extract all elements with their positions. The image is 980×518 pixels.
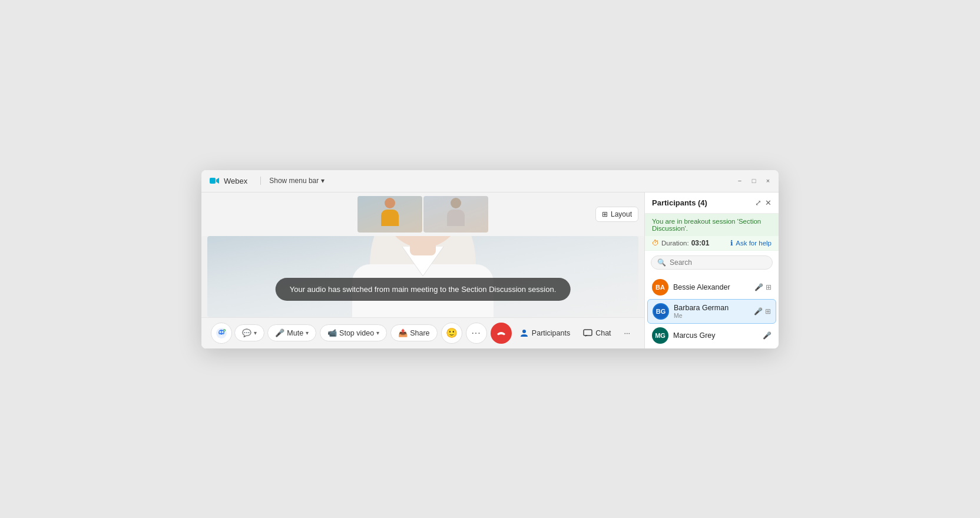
participants-button[interactable]: Participants (515, 326, 575, 341)
duration-bar: ⏱ Duration: 03:01 ℹ Ask for help (645, 236, 779, 251)
webex-logo-icon (208, 175, 220, 187)
avatar-3: MG (652, 327, 668, 344)
title-divider (260, 177, 261, 185)
layout-icon: ⊞ (602, 210, 608, 218)
close-panel-button[interactable]: ✕ (765, 198, 772, 207)
thumbnail-strip (357, 196, 488, 233)
audio-switched-toast: Your audio has switched from main meetin… (276, 278, 571, 301)
video-chevron: ▾ (376, 330, 379, 336)
thumbnail-participant-1[interactable] (357, 196, 422, 233)
mute-label: Mute (287, 329, 303, 337)
toolbar-left: 💬 ▾ (211, 323, 264, 344)
show-menu-bar-button[interactable]: Show menu bar ▾ (267, 175, 327, 186)
app-name: Webex (224, 177, 247, 185)
close-button[interactable]: × (764, 177, 772, 184)
more-right-dots-icon: ··· (624, 329, 630, 337)
webex-window: Webex Show menu bar ▾ − □ × (201, 170, 779, 348)
window-controls: − □ × (736, 177, 772, 184)
person2-silhouette (444, 198, 468, 230)
thumbnails-bar: ⊞ Layout (201, 192, 644, 236)
participant-item[interactable]: BA Bessie Alexander 🎤 ⊞ (645, 275, 779, 299)
svg-marker-1 (216, 178, 219, 184)
avatar-self-initials: BG (656, 308, 666, 315)
app-logo: Webex (208, 175, 247, 187)
main-video: Your audio has switched from main meetin… (207, 236, 638, 317)
avatar: BA (652, 279, 668, 295)
breakout-notice: You are in breakout session 'Section Dis… (645, 214, 779, 236)
minimize-button[interactable]: − (736, 177, 743, 184)
search-box: 🔍 (651, 255, 773, 270)
bottom-toolbar: 💬 ▾ 🎤 Mute ▾ 📹 Stop video ▾ (201, 317, 644, 348)
toolbar-center: 🎤 Mute ▾ 📹 Stop video ▾ 📤 Share 🙂 (264, 323, 515, 344)
participant-name-self: Barbara German (674, 304, 749, 312)
duration-time: 03:01 (691, 239, 710, 247)
participants-label: Participants (532, 329, 570, 337)
panel-actions: ⤢ ✕ (755, 198, 772, 207)
chat-button[interactable]: Chat (578, 326, 615, 341)
timer-icon: ⏱ (652, 239, 659, 247)
search-input[interactable] (670, 258, 766, 267)
duration-info: ⏱ Duration: 03:01 (652, 239, 709, 247)
ask-help-label: Ask for help (736, 240, 772, 247)
captions-icon: 💬 (242, 328, 251, 337)
participant-item-3[interactable]: MG Marcus Grey 🎤 (645, 324, 779, 347)
captions-arrow: ▾ (254, 330, 257, 336)
video-area: ⊞ Layout (201, 192, 644, 348)
participant-info-self: Barbara German Me (674, 304, 749, 319)
participants-list: BA Bessie Alexander 🎤 ⊞ BG (645, 274, 779, 348)
mute-chevron: ▾ (306, 330, 309, 336)
end-call-icon (496, 328, 506, 338)
svg-rect-0 (210, 178, 216, 184)
mic-status-icon-3: 🎤 (763, 331, 772, 340)
stop-video-button[interactable]: 📹 Stop video ▾ (320, 324, 387, 341)
ask-help-button[interactable]: ℹ Ask for help (730, 239, 772, 247)
maximize-button[interactable]: □ (750, 177, 757, 184)
layout-button[interactable]: ⊞ Layout (595, 207, 638, 222)
emoji-icon: 🙂 (446, 327, 458, 338)
mute-button[interactable]: 🎤 Mute ▾ (267, 324, 316, 341)
participant-item-self[interactable]: BG Barbara German Me 🎤 ⊞ (647, 299, 776, 324)
participant-sub-self: Me (674, 312, 749, 319)
participant-controls-3: 🎤 (763, 331, 772, 340)
stop-video-label: Stop video (339, 329, 374, 337)
more-dots-icon: ··· (471, 328, 481, 338)
ai-assistant-button[interactable] (211, 323, 232, 344)
thumbnail-participant-2[interactable] (423, 196, 488, 233)
search-icon: 🔍 (657, 258, 666, 267)
share-icon: 📤 (398, 328, 408, 337)
toolbar-right: Participants Chat ··· (515, 326, 635, 341)
breakout-notice-text: You are in breakout session 'Section Dis… (652, 218, 761, 232)
captions-button[interactable]: 💬 ▾ (234, 324, 264, 341)
panel-title: Participants (4) (652, 198, 755, 207)
person1-silhouette (378, 198, 402, 230)
more-options-button[interactable]: ··· (466, 323, 487, 344)
layout-label: Layout (611, 210, 632, 218)
popout-button[interactable]: ⤢ (755, 198, 762, 207)
toast-message: Your audio has switched from main meetin… (290, 285, 557, 294)
chat-label: Chat (595, 329, 611, 337)
svg-point-17 (222, 331, 224, 333)
participant-name-3: Marcus Grey (673, 331, 758, 340)
participant-name: Bessie Alexander (673, 283, 750, 291)
camera-icon: 📹 (327, 328, 337, 337)
main-content: ⊞ Layout (201, 192, 779, 348)
main-speaker-figure (311, 236, 535, 317)
share-button[interactable]: 📤 Share (390, 324, 437, 341)
svg-point-16 (220, 331, 221, 333)
duration-label: Duration: (661, 240, 689, 247)
mic-icon: 🎤 (275, 328, 284, 337)
participants-icon (519, 328, 529, 338)
participant-info-3: Marcus Grey (673, 331, 758, 340)
svg-point-19 (522, 330, 526, 333)
share-label: Share (410, 329, 429, 337)
participant-controls: 🎤 ⊞ (754, 283, 772, 291)
show-menu-bar-label: Show menu bar (269, 177, 319, 185)
avatar-3-initials: MG (655, 332, 666, 339)
reactions-button[interactable]: 🙂 (441, 323, 462, 344)
participant-info: Bessie Alexander (673, 283, 750, 291)
mic-status-icon-self: 🎤 (754, 307, 763, 316)
more-right-button[interactable]: ··· (620, 326, 635, 340)
end-call-button[interactable] (491, 323, 512, 344)
title-bar: Webex Show menu bar ▾ − □ × (201, 170, 779, 192)
participants-panel: Participants (4) ⤢ ✕ You are in breakout… (644, 192, 779, 348)
